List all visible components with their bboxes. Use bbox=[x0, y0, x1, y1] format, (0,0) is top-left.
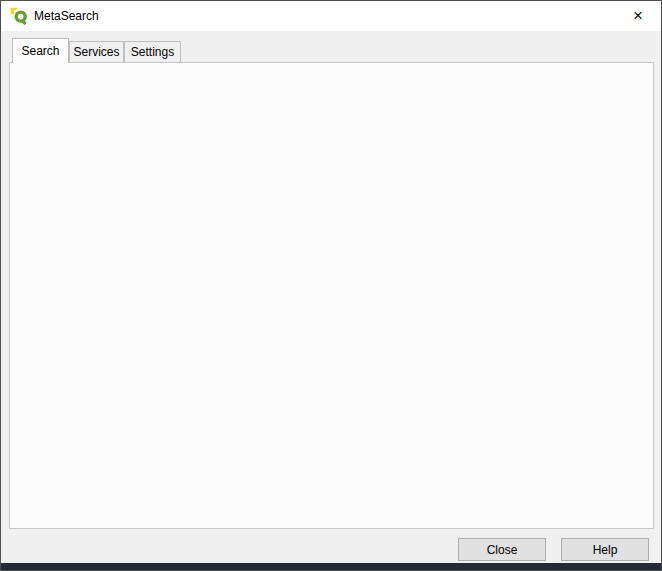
window-title: MetaSearch bbox=[34, 9, 99, 23]
close-button[interactable]: Close bbox=[458, 538, 546, 561]
search-tab-page bbox=[9, 62, 654, 529]
tab-search[interactable]: Search bbox=[12, 38, 69, 63]
titlebar[interactable]: MetaSearch × bbox=[1, 1, 661, 31]
tab-settings[interactable]: Settings bbox=[124, 41, 181, 62]
tab-services[interactable]: Services bbox=[69, 41, 124, 62]
qgis-logo-icon bbox=[10, 7, 28, 25]
metasearch-dialog: MetaSearch × Search Services Settings Fi… bbox=[0, 0, 662, 571]
help-button[interactable]: Help bbox=[561, 538, 649, 561]
background-window-edge bbox=[1, 563, 661, 570]
close-icon[interactable]: × bbox=[615, 1, 661, 31]
